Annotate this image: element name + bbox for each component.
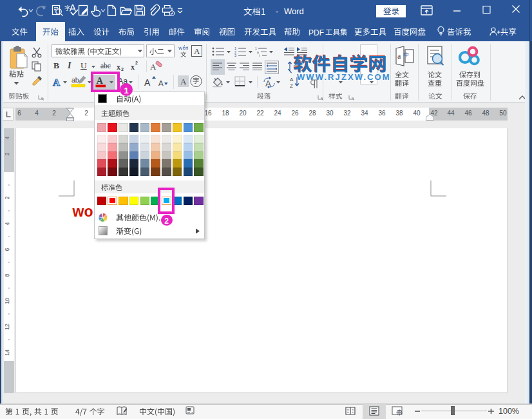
svg-text:A: A — [194, 46, 200, 56]
svg-text:a: a — [397, 52, 401, 61]
svg-text:A: A — [144, 77, 151, 88]
svg-text:3: 3 — [234, 54, 236, 57]
svg-text:A: A — [158, 79, 164, 87]
svg-text:ab: ab — [71, 76, 79, 84]
svg-text:i: i — [259, 54, 260, 57]
svg-text:A: A — [53, 77, 61, 88]
svg-text:A: A — [290, 77, 294, 83]
svg-text:Z: Z — [290, 83, 293, 89]
